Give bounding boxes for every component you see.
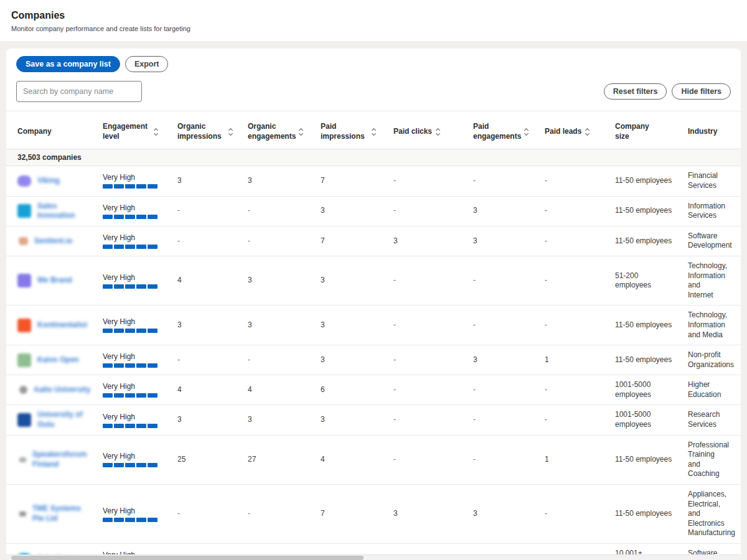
industry-value: Financial Services xyxy=(682,166,736,195)
column-label: Paid clicks xyxy=(393,126,432,136)
column-label: Industry xyxy=(688,126,717,136)
company-logo-icon xyxy=(17,274,31,287)
company-logo-icon xyxy=(19,457,26,462)
company-cell: Speakersforum Finland xyxy=(11,445,96,474)
paid-impressions-value: 3 xyxy=(314,315,387,335)
engagement-cell: Very High xyxy=(96,502,171,527)
column-header-paid_engagements[interactable]: Paid engagements xyxy=(467,118,538,141)
organic-impressions-value: 3 xyxy=(171,410,242,430)
engagement-cell: Very High xyxy=(96,347,171,373)
organic-impressions-value: 3 xyxy=(171,315,242,335)
paid-engagements-value: - xyxy=(467,380,538,400)
company-size-value: 11-50 employees xyxy=(609,315,682,335)
paid-clicks-value: - xyxy=(387,171,467,191)
engagement-cell: Very High xyxy=(96,447,171,472)
company-cell: Sentient.io xyxy=(11,231,96,251)
column-label: Organic impressions xyxy=(177,121,225,141)
paid-engagements-value: - xyxy=(467,410,538,430)
hide-filters-button[interactable]: Hide filters xyxy=(672,83,731,100)
paid-engagements-value: 3 xyxy=(467,350,538,370)
industry-value: Technology, Information and Internet xyxy=(682,256,736,305)
company-search-input[interactable] xyxy=(16,81,142,102)
horizontal-scrollbar-thumb[interactable] xyxy=(11,556,364,560)
paid-leads-value: 1 xyxy=(538,350,609,370)
engagement-level-label: Very High xyxy=(103,506,162,515)
engagement-level-label: Very High xyxy=(103,452,162,460)
column-header-paid_clicks[interactable]: Paid clicks xyxy=(387,118,467,141)
horizontal-scrollbar xyxy=(6,554,741,560)
company-logo-icon xyxy=(19,386,27,394)
company-name-link[interactable]: Speakersforum Finland xyxy=(32,450,93,469)
sort-icon[interactable] xyxy=(525,129,528,135)
column-label: Engagement level xyxy=(103,121,150,141)
company-cell: University of Oulu xyxy=(11,405,96,434)
company-size-value: 11-50 employees xyxy=(609,350,682,370)
column-header-engagement[interactable]: Engagement level xyxy=(96,118,171,141)
company-name-link[interactable]: Sentient.io xyxy=(34,236,72,246)
company-name-link[interactable]: Aalto University xyxy=(34,385,90,395)
company-size-value: 11-50 employees xyxy=(609,231,682,251)
company-logo-icon xyxy=(19,237,28,245)
paid-engagements-value: 3 xyxy=(467,231,538,251)
page-subtitle: Monitor company performance and create l… xyxy=(11,25,747,32)
paid-engagements-value: - xyxy=(467,171,538,191)
company-name-link[interactable]: Sales Innovation xyxy=(37,202,93,221)
engagement-level-bars xyxy=(103,245,162,249)
table-header-row: CompanyEngagement levelOrganic impressio… xyxy=(6,111,741,149)
sort-icon[interactable] xyxy=(299,129,303,135)
page-title: Companies xyxy=(11,10,747,21)
company-size-value: 11-50 employees xyxy=(609,171,682,191)
table-row: Sales Innovation Very High - - 3 - 3 - 1… xyxy=(6,197,741,226)
column-header-organic_impressions[interactable]: Organic impressions xyxy=(171,118,242,141)
paid-engagements-value: - xyxy=(467,315,538,335)
industry-value: Research Services xyxy=(682,405,736,434)
engagement-level-label: Very High xyxy=(103,203,162,212)
company-logo-icon xyxy=(17,413,31,427)
company-name-link[interactable]: We Brand xyxy=(37,276,72,286)
company-name-link[interactable]: TME Systems Pte Ltd xyxy=(32,504,93,523)
organic-engagements-value: 3 xyxy=(242,315,314,335)
paid-leads-value: 1 xyxy=(538,450,609,470)
engagement-level-label: Very High xyxy=(103,352,162,361)
reset-filters-button[interactable]: Reset filters xyxy=(604,83,667,100)
company-logo-icon xyxy=(17,353,31,367)
sort-icon[interactable] xyxy=(372,129,375,135)
paid-impressions-value: 7 xyxy=(314,231,387,251)
engagement-level-label: Very High xyxy=(103,233,162,242)
sort-icon[interactable] xyxy=(436,129,439,135)
sort-icon[interactable] xyxy=(586,129,589,135)
column-header-paid_impressions[interactable]: Paid impressions xyxy=(314,118,387,141)
column-header-organic_engagements[interactable]: Organic engagements xyxy=(242,118,314,141)
sort-icon[interactable] xyxy=(229,129,232,135)
column-header-company_size: Company size xyxy=(609,118,682,141)
column-label: Paid engagements xyxy=(473,121,520,141)
save-as-company-list-button[interactable]: Save as a company list xyxy=(16,56,120,72)
company-size-value: 1001-5000 employees xyxy=(609,405,682,434)
company-name-link[interactable]: Viking xyxy=(37,176,60,186)
industry-value: Professional Training and Coaching xyxy=(682,436,736,484)
engagement-level-bars xyxy=(103,518,162,522)
organic-impressions-value: 4 xyxy=(171,380,242,400)
export-button[interactable]: Export xyxy=(125,56,169,72)
company-logo-icon xyxy=(17,175,31,187)
organic-impressions-value: 3 xyxy=(171,171,242,191)
paid-clicks-value: 3 xyxy=(387,504,467,524)
organic-engagements-value: - xyxy=(242,504,314,524)
company-name-link[interactable]: Kontinentalist xyxy=(37,320,87,330)
organic-impressions-value: - xyxy=(171,201,242,221)
paid-engagements-value: - xyxy=(467,450,538,470)
organic-engagements-value: - xyxy=(242,201,314,221)
column-header-paid_leads[interactable]: Paid leads xyxy=(538,118,609,141)
company-name-link[interactable]: Kaivo Open xyxy=(37,355,79,365)
table-row: University of Oulu Very High 3 3 3 - - -… xyxy=(6,405,741,435)
company-size-value: 11-50 employees xyxy=(609,504,682,524)
sort-icon[interactable] xyxy=(154,129,157,135)
engagement-level-bars xyxy=(103,424,162,428)
column-header-company: Company xyxy=(11,118,96,141)
organic-engagements-value: - xyxy=(242,350,314,370)
organic-engagements-value: 4 xyxy=(242,380,314,400)
company-size-value: 11-50 employees xyxy=(609,450,682,470)
paid-impressions-value: 3 xyxy=(314,271,387,291)
paid-impressions-value: 3 xyxy=(314,201,387,221)
company-name-link[interactable]: University of Oulu xyxy=(37,410,93,429)
